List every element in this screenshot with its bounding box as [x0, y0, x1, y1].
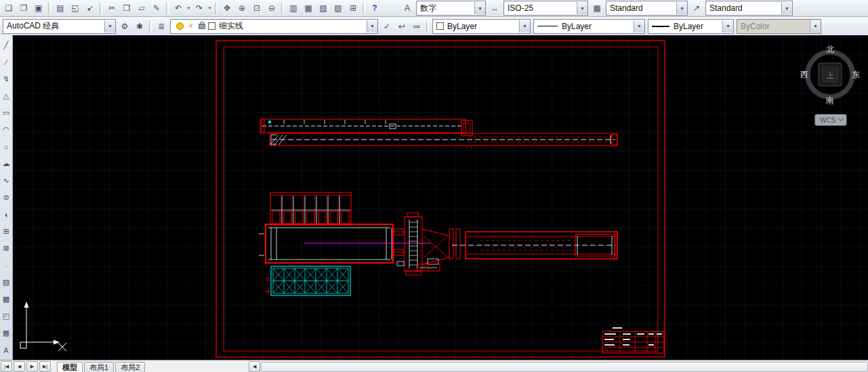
- chevron-down-icon[interactable]: ▾: [519, 20, 530, 33]
- copy-icon[interactable]: ❒: [119, 1, 134, 16]
- wcs-control[interactable]: WCS: [815, 115, 846, 125]
- hatch-icon[interactable]: ▨: [0, 274, 12, 291]
- tab-layout1[interactable]: 布局1: [84, 362, 114, 372]
- tab-layout2[interactable]: 布局2: [115, 362, 145, 372]
- chevron-down-icon[interactable]: ▾: [676, 2, 687, 14]
- undo-icon[interactable]: ↶: [171, 1, 186, 16]
- lineweight-combo[interactable]: ByLayer ▾: [648, 19, 734, 34]
- chevron-down-icon[interactable]: ▾: [722, 20, 733, 33]
- compass-south-label[interactable]: 南: [826, 96, 834, 105]
- layer-lock-icon[interactable]: [199, 24, 205, 29]
- layer-on-bulb-icon[interactable]: [176, 22, 184, 30]
- ellipse-icon[interactable]: ⊜: [0, 189, 12, 206]
- layer-combo[interactable]: ☀ 细实线 ▾: [170, 19, 378, 34]
- layer-freeze-sun-icon[interactable]: ☀: [188, 22, 194, 30]
- multileader-style-combo[interactable]: Standard ▾: [705, 1, 793, 16]
- separator: [281, 2, 284, 14]
- chevron-down-icon[interactable]: ▾: [781, 2, 792, 14]
- point-icon[interactable]: ∙: [0, 257, 12, 274]
- chevron-down-icon[interactable]: ▾: [577, 2, 587, 14]
- text-style-value: 数字: [420, 3, 436, 14]
- pan-icon[interactable]: ✥: [220, 1, 234, 16]
- help-icon[interactable]: ?: [367, 1, 382, 16]
- tab-model[interactable]: 模型: [57, 362, 83, 372]
- table-icon[interactable]: ▦: [0, 325, 12, 342]
- design-center-icon[interactable]: ▦: [301, 1, 316, 16]
- polygon-icon[interactable]: △: [0, 87, 12, 104]
- region-icon[interactable]: ◰: [0, 308, 12, 325]
- layer-properties-manager-icon[interactable]: ≣: [154, 19, 169, 34]
- compass-north-label[interactable]: 北: [826, 45, 834, 54]
- scroll-left-icon[interactable]: ◀: [249, 361, 260, 372]
- zoom-realtime-icon[interactable]: ⊕: [234, 1, 249, 16]
- match-properties-icon[interactable]: ✎: [149, 1, 164, 16]
- chevron-down-icon[interactable]: ▾: [634, 20, 644, 33]
- linetype-combo[interactable]: ByLayer ▾: [533, 19, 645, 34]
- properties-palette-icon[interactable]: ▥: [286, 1, 301, 16]
- zoom-previous-icon[interactable]: ⊖: [264, 1, 279, 16]
- quick-calc-icon[interactable]: ⊞: [346, 1, 360, 16]
- first-tab-button[interactable]: |◀: [1, 361, 12, 372]
- my-workspace-icon[interactable]: ✱: [132, 19, 147, 34]
- open-file-icon[interactable]: ❐: [16, 1, 31, 16]
- separator: [48, 2, 51, 14]
- last-tab-button[interactable]: ▶|: [39, 361, 51, 372]
- horizontal-scrollbar[interactable]: ◀: [248, 361, 868, 372]
- undo-dropdown-icon[interactable]: ▾: [186, 1, 192, 15]
- publish-icon[interactable]: ➹: [83, 1, 98, 16]
- lineweight-preview: [652, 26, 669, 27]
- text-style-icon[interactable]: A: [400, 1, 415, 16]
- arc-icon[interactable]: ◠: [0, 121, 12, 138]
- previous-tab-button[interactable]: ◀: [14, 361, 25, 372]
- redo-icon[interactable]: ↷: [192, 1, 207, 16]
- layer-color-swatch[interactable]: [208, 22, 215, 30]
- create-block-icon[interactable]: ⊠: [0, 240, 12, 257]
- chevron-down-icon[interactable]: ▾: [104, 20, 115, 33]
- next-tab-button[interactable]: ▶: [26, 361, 38, 372]
- multileader-style-icon[interactable]: ↗: [689, 1, 704, 16]
- dim-style-icon[interactable]: ↔: [487, 1, 502, 16]
- drawing-canvas[interactable]: 北 西 东 南 上 WCS: [13, 35, 868, 360]
- new-file-icon[interactable]: ❏: [1, 1, 16, 16]
- linetype-preview: [537, 26, 558, 26]
- line-icon[interactable]: ╱: [0, 37, 12, 54]
- workspace-combo[interactable]: AutoCAD 经典 ▾: [3, 19, 116, 34]
- separator: [426, 20, 429, 33]
- cut-icon[interactable]: ✂: [104, 1, 119, 16]
- gradient-icon[interactable]: ▩: [0, 291, 12, 308]
- layer-previous-icon[interactable]: ↩: [394, 19, 409, 34]
- make-object-layer-current-icon[interactable]: ✓: [379, 19, 394, 34]
- tool-palettes-icon[interactable]: ▧: [316, 1, 331, 16]
- plot-preview-icon[interactable]: ◱: [68, 1, 83, 16]
- object-color-value: ByLayer: [447, 22, 477, 31]
- ellipse-arc-icon[interactable]: ◖: [0, 206, 12, 223]
- workspace-settings-icon[interactable]: ⚙: [117, 19, 132, 34]
- dim-style-combo[interactable]: ISO-25 ▾: [503, 1, 588, 16]
- separator: [166, 2, 169, 14]
- text-style-combo[interactable]: 数字 ▾: [416, 1, 486, 16]
- plot-icon[interactable]: ▤: [53, 1, 68, 16]
- construction-line-icon[interactable]: ∕: [0, 54, 12, 70]
- paste-icon[interactable]: ▱: [134, 1, 149, 16]
- zoom-window-icon[interactable]: ⊡: [249, 1, 264, 16]
- table-style-icon[interactable]: ▦: [590, 1, 604, 16]
- revision-cloud-icon[interactable]: ☁: [0, 155, 12, 172]
- circle-icon[interactable]: ○: [0, 138, 12, 155]
- compass-east-label[interactable]: 东: [852, 70, 860, 79]
- compass-west-label[interactable]: 西: [800, 70, 808, 79]
- save-icon[interactable]: ▣: [31, 1, 46, 16]
- scrollbar-thumb[interactable]: [261, 362, 868, 372]
- sheet-set-manager-icon[interactable]: ▨: [331, 1, 346, 16]
- spline-icon[interactable]: ∿: [0, 172, 12, 189]
- multiline-text-icon[interactable]: A: [0, 342, 12, 358]
- model-space[interactable]: 北 西 东 南 上 WCS: [13, 35, 868, 360]
- object-color-combo[interactable]: ByLayer ▾: [432, 19, 531, 34]
- chevron-down-icon[interactable]: ▾: [474, 2, 485, 14]
- chevron-down-icon[interactable]: ▾: [367, 20, 377, 33]
- redo-dropdown-icon[interactable]: ▾: [207, 1, 213, 15]
- table-style-combo[interactable]: Standard ▾: [606, 1, 688, 16]
- polyline-icon[interactable]: ↯: [0, 70, 12, 87]
- rectangle-icon[interactable]: ▭: [0, 104, 12, 121]
- layer-states-icon[interactable]: ≔: [409, 19, 424, 34]
- insert-block-icon[interactable]: ⊞: [0, 223, 12, 240]
